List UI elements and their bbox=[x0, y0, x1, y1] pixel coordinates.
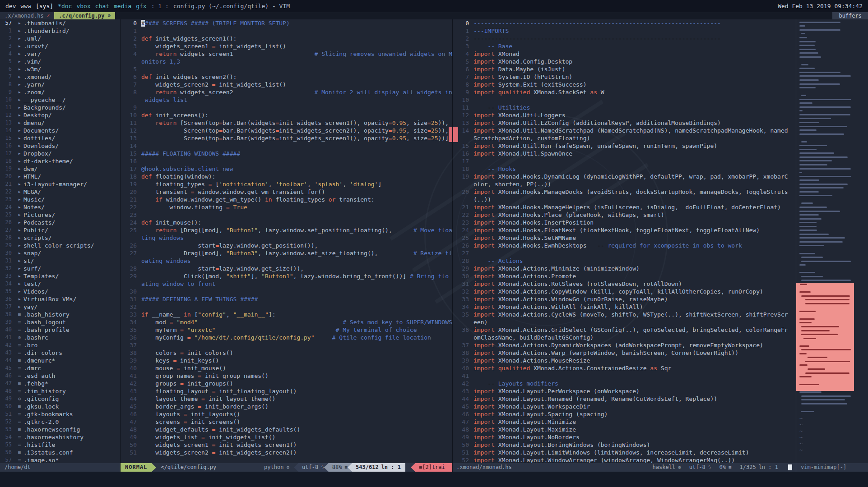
code-line[interactable]: 26 start=lazy.window.get_position()), bbox=[121, 242, 452, 249]
code-line[interactable]: 43import XMonad.Layout.PerWorkspace (onW… bbox=[453, 387, 796, 395]
code-line[interactable]: 14 bbox=[121, 142, 452, 150]
code-line[interactable]: 10def init_screens(): bbox=[121, 111, 452, 119]
tree-item[interactable]: 53≡.haxornewsconfig bbox=[0, 426, 120, 433]
code-line[interactable]: 7 widgets_screen2 = init_widgets_list() bbox=[121, 81, 452, 88]
code-line[interactable]: 34 mod = "mod4" # Sets mod key to SUPER/… bbox=[121, 318, 452, 326]
code-pane-config[interactable]: 0##### SCREENS ##### (TRIPLE MONITOR SET… bbox=[121, 19, 453, 463]
code-line[interactable]: 16 bbox=[121, 157, 452, 165]
code-line[interactable]: 11 -- Utilities bbox=[453, 104, 796, 111]
code-line[interactable]: 37import XMonad.Actions.DynamicWorkspace… bbox=[453, 341, 796, 349]
tree-item[interactable]: 33▸Templates/ bbox=[0, 272, 120, 280]
code-line[interactable]: 41 group_names = init_group_names() bbox=[121, 372, 452, 380]
tree-item[interactable]: 22▸MEGA/ bbox=[0, 188, 120, 196]
minimap[interactable]: ~~~~~~ bbox=[796, 19, 868, 463]
code-line[interactable]: 0---------------------------------------… bbox=[453, 19, 796, 27]
code-line[interactable]: 1 bbox=[121, 27, 452, 35]
tree-item[interactable]: 27▸Public/ bbox=[0, 226, 120, 234]
code-pane-xmonad[interactable]: 0---------------------------------------… bbox=[453, 19, 796, 463]
code-line[interactable]: 12import XMonad.Util.Loggers bbox=[453, 111, 796, 119]
tree-item[interactable]: 48≡.fim_history bbox=[0, 387, 120, 395]
code-line[interactable]: 6def init_widgets_screen2(): bbox=[121, 73, 452, 81]
tree-item[interactable]: 17▸Dropbox/ bbox=[0, 150, 120, 157]
code-line[interactable]: 38import XMonad.Actions.Warp (warpToWind… bbox=[453, 349, 796, 357]
code-line[interactable]: 24def init_mouse(): bbox=[121, 219, 452, 226]
code-line[interactable]: 52import XMonad.Layout.WindowArranger (w… bbox=[453, 456, 796, 463]
code-line[interactable]: 13 Screen(top=bar.Bar(widgets=init_widge… bbox=[121, 134, 452, 142]
code-line[interactable]: ScratchpadAction, customFloating) bbox=[453, 134, 796, 142]
code-line[interactable]: 35import XMonad.Actions.CycleWS (moveTo,… bbox=[453, 311, 796, 318]
code-line[interactable]: 16import XMonad.Util.SpawnOnce bbox=[453, 150, 796, 157]
tree-item[interactable]: 40≡.bash_profile bbox=[0, 326, 120, 334]
tree-item[interactable]: 38≡.bash_history bbox=[0, 311, 120, 318]
tree-item[interactable]: 26▸Podcasts/ bbox=[0, 219, 120, 226]
minimap-pane[interactable]: ~~~~~~ bbox=[796, 19, 868, 463]
code-line[interactable]: 29 Click([mod, "shift"], "Button1", lazy… bbox=[121, 272, 452, 280]
code-line[interactable]: 26import XMonad.Hooks.EwmhDesktops -- re… bbox=[453, 242, 796, 249]
tree-item[interactable]: 18▸dt-dark-theme/ bbox=[0, 157, 120, 165]
tree-item[interactable]: 37▸yay/ bbox=[0, 303, 120, 311]
code-line[interactable]: 3 widgets_screen1 = init_widgets_list() bbox=[121, 42, 452, 50]
code-line[interactable]: 50import XMonad.Layout.BoringWindows (bo… bbox=[453, 441, 796, 449]
code-line[interactable]: 19import XMonad.Hooks.DynamicLog (dynami… bbox=[453, 173, 796, 180]
tree-item[interactable]: 32▸surf/ bbox=[0, 265, 120, 272]
code-line[interactable]: 37 bbox=[121, 341, 452, 349]
tree-item[interactable]: 52≡.gtkrc-2.0 bbox=[0, 418, 120, 426]
code-line[interactable]: 18def floating(window): bbox=[121, 173, 452, 180]
code-line[interactable]: 32 bbox=[121, 303, 452, 311]
code-line[interactable]: 51 widgets_screen2 = init_widgets_screen… bbox=[121, 449, 452, 456]
code-line[interactable]: 44import XMonad.Layout.Renamed (renamed,… bbox=[453, 395, 796, 403]
code-line[interactable]: 45 border_args = init_border_args() bbox=[121, 403, 452, 410]
tree-item[interactable]: 41⚙.bashrc bbox=[0, 334, 120, 341]
tree-item[interactable]: 56≡.i3status.conf bbox=[0, 449, 120, 456]
code-line[interactable]: 47import XMonad.Layout.Minimize bbox=[453, 418, 796, 426]
tree-item[interactable]: 36▸VirtualBox VMs/ bbox=[0, 295, 120, 303]
code-line[interactable]: 3 -- Base bbox=[453, 42, 796, 50]
tab-.c/q/config.py[interactable]: .c/q/config.py⚙ bbox=[54, 12, 115, 19]
tree-item[interactable]: 21▸i3-layout-manager/ bbox=[0, 180, 120, 188]
workspace-tag[interactable]: chat bbox=[95, 3, 109, 9]
command-line[interactable] bbox=[0, 472, 868, 487]
code-line[interactable]: 6import Data.Maybe (isJust) bbox=[453, 65, 796, 73]
code-line[interactable]: 13import XMonad.Util.EZConfig (additiona… bbox=[453, 119, 796, 127]
code-line[interactable]: 19 floating_types = ['notification', 'to… bbox=[121, 180, 452, 188]
tree-item[interactable]: 55≡.histfile bbox=[0, 441, 120, 449]
tree-item[interactable]: 19▸dwm/ bbox=[0, 165, 120, 173]
tree-item[interactable]: 2▸.uml/ bbox=[0, 35, 120, 42]
workspace-tag[interactable]: [sys] bbox=[36, 3, 53, 9]
code-line[interactable]: 7import System.IO (hPutStrLn) bbox=[453, 73, 796, 81]
code-line[interactable]: oating windows bbox=[121, 257, 452, 265]
tree-item[interactable]: 11▸Backgrounds/ bbox=[0, 104, 120, 111]
code-line[interactable]: 40import qualified XMonad.Actions.Constr… bbox=[453, 364, 796, 372]
tree-item[interactable]: 14▸Documents/ bbox=[0, 127, 120, 134]
code-line[interactable]: 48 widget_defaults = init_widgets_defaul… bbox=[121, 426, 452, 433]
tree-item[interactable]: 7▸.xmonad/ bbox=[0, 73, 120, 81]
code-line[interactable]: 24import XMonad.Hooks.FloatNext (floatNe… bbox=[453, 226, 796, 234]
code-line[interactable]: 32import XMonad.Actions.CopyWindow (kill… bbox=[453, 288, 796, 295]
code-line[interactable]: 4 return widgets_screen1 # Slicing remov… bbox=[121, 50, 452, 58]
code-line[interactable]: 2---------------------------------------… bbox=[453, 35, 796, 42]
code-line[interactable]: 20import XMonad.Hooks.ManageDocks (avoid… bbox=[453, 188, 796, 196]
tree-item[interactable]: 24▸Notes/ bbox=[0, 203, 120, 211]
code-line[interactable]: 44 layout_theme = init_layout_theme() bbox=[121, 395, 452, 403]
tree-item[interactable]: 47≡.fehbg* bbox=[0, 380, 120, 387]
workspace-tag[interactable]: vbox bbox=[76, 3, 90, 9]
code-line[interactable]: 40 mouse = init_mouse() bbox=[121, 364, 452, 372]
code-line[interactable]: 12 Screen(top=bar.Bar(widgets=init_widge… bbox=[121, 127, 452, 134]
tree-item[interactable]: 57▸.thumbnails/ bbox=[0, 19, 120, 27]
tab-close-icon[interactable]: ✗ bbox=[47, 12, 50, 19]
code-line[interactable]: 46import XMonad.Layout.Spacing (spacing) bbox=[453, 410, 796, 418]
tree-item[interactable]: 54≡.haxornewshistory bbox=[0, 433, 120, 441]
code-line[interactable]: 31import XMonad.Actions.RotSlaves (rotSl… bbox=[453, 280, 796, 288]
code-line[interactable]: 18 -- Hooks bbox=[453, 165, 796, 173]
code-line[interactable]: 20 transient = window.window.get_wm_tran… bbox=[121, 188, 452, 196]
code-line[interactable]: 14import XMonad.Util.NamedScratchpad (Na… bbox=[453, 127, 796, 134]
code-line[interactable]: 31##### DEFINING A FEW THINGS ##### bbox=[121, 295, 452, 303]
tree-item[interactable]: 20▸HTML/ bbox=[0, 173, 120, 180]
tree-item[interactable]: 13▸dmenu/ bbox=[0, 119, 120, 127]
code-line[interactable]: 30 bbox=[121, 288, 452, 295]
code-line[interactable]: 39import XMonad.Actions.MouseResize bbox=[453, 357, 796, 364]
code-line[interactable]: 39 keys = init_keys() bbox=[121, 357, 452, 364]
code-line[interactable]: 36 myConfig = "/home/dt/.config/qtile/co… bbox=[121, 334, 452, 341]
code-line[interactable]: 45import XMonad.Layout.WorkspaceDir bbox=[453, 403, 796, 410]
code-line[interactable]: widgets_list bbox=[121, 96, 452, 104]
